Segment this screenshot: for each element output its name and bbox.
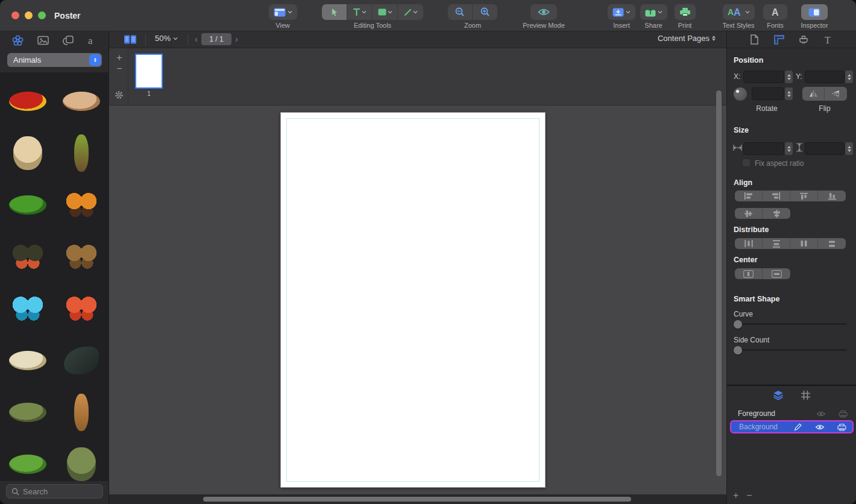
flip-horizontal-button[interactable] (802, 87, 825, 101)
center-horizontally-button[interactable] (735, 268, 763, 279)
y-input[interactable] (805, 71, 845, 83)
zoom-in-button[interactable] (473, 4, 497, 20)
text-styles-button[interactable]: AA (723, 4, 755, 20)
share-button[interactable] (640, 4, 667, 20)
document-page[interactable] (280, 112, 546, 488)
align-horizontal-centers-button[interactable] (763, 208, 790, 219)
distribute-horizontally-button[interactable] (735, 238, 763, 249)
add-layer-button[interactable]: + (733, 490, 738, 501)
rotate-knob[interactable] (734, 87, 747, 101)
horizontal-scrollbar[interactable] (203, 497, 631, 502)
shapes-tab-icon[interactable] (63, 36, 74, 45)
layer-row-foreground[interactable]: Foreground (730, 407, 854, 420)
vertical-scrollbar[interactable] (716, 90, 722, 476)
center-vertically-button[interactable] (763, 268, 790, 279)
library-item-golden-beetle[interactable] (1, 76, 55, 127)
next-page-button[interactable]: › (235, 33, 238, 45)
fix-aspect-ratio-checkbox[interactable] (742, 159, 751, 167)
page-indicator[interactable]: 1 / 1 (201, 33, 231, 45)
images-tab-icon[interactable] (37, 36, 49, 45)
library-item-red-butterfly[interactable] (55, 283, 109, 334)
distribute-horizontal-spacing-button[interactable] (790, 238, 818, 249)
select-cursor-tool[interactable] (322, 4, 347, 20)
library-item-hand-with-beetle[interactable] (55, 76, 109, 127)
x-stepper[interactable] (785, 71, 793, 83)
chevron-down-icon (745, 10, 750, 14)
search-field[interactable]: Search (6, 484, 103, 499)
rotate-stepper[interactable] (785, 87, 793, 100)
rotate-input[interactable] (752, 87, 784, 100)
align-bottom-button[interactable] (818, 191, 846, 201)
minimize-window-button[interactable] (25, 11, 33, 19)
rotate-label: Rotate (749, 104, 785, 113)
y-stepper[interactable] (845, 71, 853, 83)
width-stepper[interactable] (785, 142, 793, 155)
text-tab-icon[interactable]: T (823, 35, 833, 45)
library-item-orange-butterfly[interactable] (55, 180, 109, 230)
text-art-tab-icon[interactable]: a (87, 36, 97, 46)
zoom-level-dropdown[interactable]: 50% (155, 34, 178, 43)
previous-page-button[interactable]: ‹ (195, 33, 198, 45)
facing-pages-icon[interactable] (124, 34, 137, 45)
align-left-button[interactable] (735, 191, 763, 201)
curve-slider-thumb[interactable] (734, 320, 742, 329)
library-item-frog[interactable] (1, 387, 55, 438)
align-right-button[interactable] (763, 191, 790, 201)
library-item-primate-skull[interactable] (1, 128, 55, 178)
print-label: Print (678, 22, 692, 29)
library-item-cream-moth[interactable] (1, 335, 55, 386)
align-top-button[interactable] (790, 191, 818, 201)
zoom-out-button[interactable] (448, 4, 473, 20)
library-item-brown-butterfly[interactable] (55, 232, 109, 282)
library-item-praying-mantis[interactable] (55, 128, 109, 178)
layer-print-icon[interactable] (839, 410, 848, 418)
zoom-window-button[interactable] (38, 11, 46, 19)
content-pages-dropdown[interactable]: Content Pages (658, 34, 716, 43)
side-count-slider-thumb[interactable] (734, 346, 742, 354)
x-input[interactable] (743, 71, 784, 83)
canvas-area[interactable] (109, 106, 726, 494)
flip-vertical-button[interactable] (825, 87, 847, 101)
preview-mode-button[interactable] (530, 4, 557, 20)
view-button[interactable] (269, 4, 297, 20)
appearance-tab-brush-icon[interactable] (799, 35, 808, 45)
library-item-iguana[interactable] (1, 439, 55, 481)
library-item-blue-morpho-butterfly[interactable] (1, 283, 55, 334)
distribute-vertical-spacing-button[interactable] (818, 238, 846, 249)
distribute-vertically-button[interactable] (763, 238, 790, 249)
grid-tab-icon[interactable] (801, 390, 811, 400)
print-button[interactable] (675, 4, 696, 20)
shape-tool[interactable] (373, 4, 398, 20)
line-tool[interactable] (398, 4, 423, 20)
page-1-thumbnail[interactable] (135, 54, 163, 89)
align-vertical-centers-button[interactable] (735, 208, 763, 219)
layer-visibility-eye-icon[interactable] (815, 424, 825, 430)
fonts-button[interactable]: A (763, 4, 787, 20)
remove-layer-button[interactable]: − (746, 490, 752, 501)
clipart-tab-flower-icon[interactable] (12, 35, 24, 46)
add-page-button[interactable]: + (115, 53, 124, 63)
height-stepper[interactable] (845, 142, 853, 155)
geometry-tab-ruler-icon[interactable] (774, 35, 784, 45)
library-item-green-beetles[interactable] (1, 180, 55, 230)
inspector-button[interactable] (801, 4, 828, 20)
height-input[interactable] (805, 142, 845, 155)
library-item-giraffe[interactable] (55, 387, 109, 438)
gear-icon[interactable] (115, 90, 124, 99)
orange-butterfly-thumbnail-image (63, 191, 100, 219)
layer-row-background[interactable]: Background (730, 420, 854, 433)
category-dropdown[interactable]: Animals (7, 53, 102, 67)
document-tab-icon[interactable] (750, 34, 759, 45)
layer-print-icon[interactable] (837, 423, 846, 431)
library-item-bald-eagle[interactable] (55, 335, 109, 386)
layers-tab-stack-icon[interactable] (773, 390, 784, 400)
width-input[interactable] (743, 142, 784, 155)
layer-edit-pencil-icon[interactable] (794, 423, 802, 431)
remove-page-button[interactable]: − (115, 64, 124, 74)
text-tool[interactable] (347, 4, 373, 20)
library-item-chameleon[interactable] (55, 439, 109, 481)
layer-visibility-eye-icon[interactable] (816, 411, 826, 417)
library-item-sunset-moth[interactable] (1, 232, 55, 282)
close-window-button[interactable] (11, 11, 19, 19)
insert-button[interactable] (608, 4, 635, 20)
